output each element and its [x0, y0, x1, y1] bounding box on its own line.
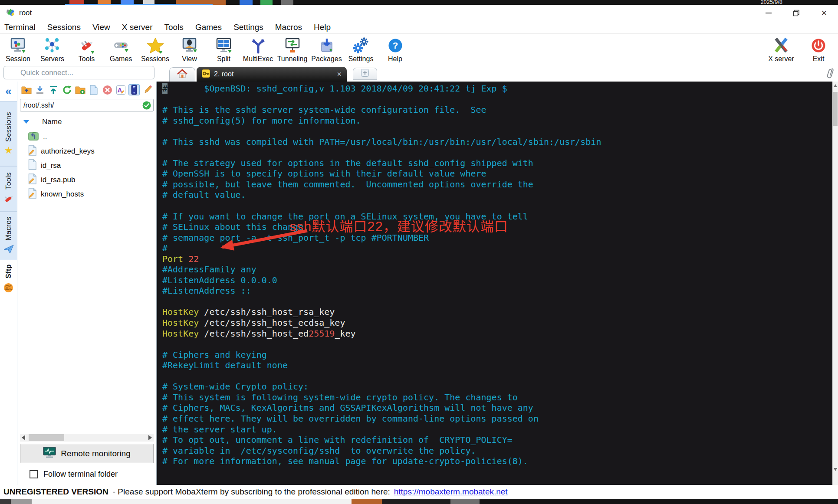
edit-pencil-icon[interactable]	[142, 84, 153, 95]
exit-icon	[810, 36, 827, 55]
toolbar-button-tunneling[interactable]: Tunneling	[275, 34, 309, 63]
menu-item-sessions[interactable]: Sessions	[47, 23, 81, 32]
toolbar-button-x-server[interactable]: X server	[762, 34, 800, 63]
menu-item-tools[interactable]: Tools	[164, 23, 184, 32]
title-bar: root ×	[0, 5, 838, 21]
terminal-output[interactable]: # $OpenBSD: sshd_config,v 1.103 2018/04/…	[157, 82, 832, 485]
toolbar-label: X server	[768, 55, 794, 63]
terminal-scrollbar[interactable]	[832, 82, 838, 485]
terminal-line: # possible, but leave them commented. Un…	[162, 179, 832, 190]
toolbar-label: Split	[217, 55, 230, 63]
new-folder-icon[interactable]	[75, 84, 86, 95]
toolbar-button-games[interactable]: Games	[104, 34, 138, 63]
terminal-line	[162, 200, 832, 211]
menu-item-help[interactable]: Help	[314, 23, 331, 32]
file-row[interactable]: ..	[17, 130, 156, 144]
scroll-left-icon[interactable]	[22, 435, 25, 440]
sidebar-tab-sessions[interactable]: Sessions★	[0, 101, 17, 166]
scrollbar-thumb[interactable]	[29, 434, 64, 441]
folder-up-icon[interactable]	[21, 84, 32, 95]
minimize-button[interactable]	[755, 5, 782, 21]
sidebar-tab-macros[interactable]: Macros	[0, 212, 17, 260]
tools-icon	[78, 36, 95, 55]
follow-terminal-folder-checkbox[interactable]	[30, 470, 38, 478]
new-tab-button[interactable]	[353, 68, 377, 80]
toolbar-button-exit[interactable]: Exit	[800, 34, 837, 63]
toolbar-label: Tools	[79, 55, 95, 63]
paperclip-icon[interactable]	[826, 67, 835, 81]
sidebar-tab-label: Macros	[5, 216, 13, 240]
sftp-horizontal-scrollbar[interactable]	[20, 434, 154, 442]
download-icon[interactable]	[34, 84, 46, 95]
mobatek-link[interactable]: https://mobaxterm.mobatek.net	[394, 487, 508, 497]
quick-connect-input[interactable]	[3, 66, 154, 79]
terminal-line: HostKey /etc/ssh/ssh_host_ecdsa_key	[162, 317, 832, 328]
follow-terminal-folder-row[interactable]: Follow terminal folder	[17, 463, 156, 485]
menu-item-games[interactable]: Games	[195, 23, 222, 32]
terminal-line: # Ciphers, MACs, KexAlgoritms and GSSAPI…	[162, 403, 832, 413]
remote-monitoring-label: Remote monitoring	[61, 449, 131, 458]
toolbar-button-tools[interactable]: Tools	[69, 34, 104, 63]
sessions-star-icon	[146, 36, 164, 55]
toolbar-button-sessions[interactable]: Sessions	[138, 34, 172, 63]
file-name: authorized_keys	[41, 147, 95, 156]
menu-item-view[interactable]: View	[92, 23, 110, 32]
sidebar-tab-tools[interactable]: Tools	[0, 166, 17, 212]
sftp-path-input[interactable]: /root/.ssh/	[20, 99, 154, 111]
toolbar-button-multiexec[interactable]: MultiExec	[241, 34, 275, 63]
toolbar-button-help[interactable]: ?Help	[378, 34, 412, 63]
scroll-up-icon[interactable]	[834, 84, 837, 87]
menu-item-macros[interactable]: Macros	[275, 23, 302, 32]
file-row[interactable]: authorized_keys	[17, 144, 156, 158]
svg-text:?: ?	[392, 40, 398, 50]
maximize-button[interactable]	[782, 5, 810, 21]
column-name-header: Name	[42, 118, 62, 126]
terminal-line: # This is the sshd server system-wide co…	[162, 105, 832, 115]
tab-home[interactable]	[169, 67, 195, 82]
refresh-icon[interactable]	[61, 84, 72, 95]
tab-close-icon[interactable]: ×	[337, 70, 342, 79]
sidebar-collapse-button[interactable]: «	[0, 82, 17, 101]
scroll-down-icon[interactable]	[834, 468, 837, 471]
tab-session-root[interactable]: 2. root ×	[197, 67, 347, 82]
swiss-knife-icon	[3, 193, 14, 206]
mobaxterm-window: 2025/9/8 root × TerminalSessionsViewX se…	[0, 0, 838, 504]
sync-terminal-icon[interactable]	[128, 84, 140, 95]
toolbar-button-view[interactable]: View	[172, 34, 207, 63]
file-name: id_rsa	[41, 161, 61, 170]
sort-triangle-icon	[23, 118, 29, 126]
file-row[interactable]: id_rsa	[17, 158, 156, 173]
file-name: known_hosts	[41, 190, 84, 199]
upload-icon[interactable]	[48, 84, 59, 95]
file-row[interactable]: known_hosts	[17, 187, 156, 201]
menu-item-x-server[interactable]: X server	[122, 23, 153, 32]
globe-icon	[3, 283, 13, 295]
delete-icon[interactable]	[102, 84, 113, 95]
toolbar-button-session[interactable]: Session	[1, 34, 35, 63]
menu-item-settings[interactable]: Settings	[233, 23, 263, 32]
terminal-scrollbar-thumb[interactable]	[833, 92, 838, 126]
toolbar-button-settings[interactable]: Settings	[344, 34, 378, 63]
terminal-line: # Ciphers and keying	[162, 350, 832, 360]
scroll-right-icon[interactable]	[148, 435, 152, 440]
toolbar-button-split[interactable]: Split	[207, 34, 241, 63]
terminal-line: # This sshd was compiled with PATH=/usr/…	[162, 137, 832, 147]
paper-plane-icon	[3, 244, 14, 255]
rename-icon[interactable]: A	[115, 84, 126, 95]
tunneling-icon	[284, 36, 301, 55]
home-icon	[177, 69, 187, 80]
file-list-header[interactable]: Name	[17, 113, 156, 130]
toolbar-button-servers[interactable]: Servers	[35, 34, 69, 63]
menu-item-terminal[interactable]: Terminal	[4, 23, 36, 32]
xserver-icon	[772, 36, 790, 55]
file-row[interactable]: id_rsa.pub	[17, 173, 156, 187]
star-icon: ★	[4, 146, 13, 155]
remote-monitoring-button[interactable]: Remote monitoring	[20, 444, 154, 463]
sftp-path-value: /root/.ssh/	[23, 101, 54, 109]
new-file-icon[interactable]	[88, 84, 99, 95]
sidebar-tab-sftp[interactable]: Sftp	[0, 260, 17, 298]
close-button[interactable]: ×	[810, 5, 838, 21]
terminal-line: # OpenSSH is to specify options with the…	[162, 168, 832, 179]
sidebar-tab-label: Sessions	[5, 112, 13, 142]
toolbar-button-packages[interactable]: Packages	[309, 34, 344, 63]
